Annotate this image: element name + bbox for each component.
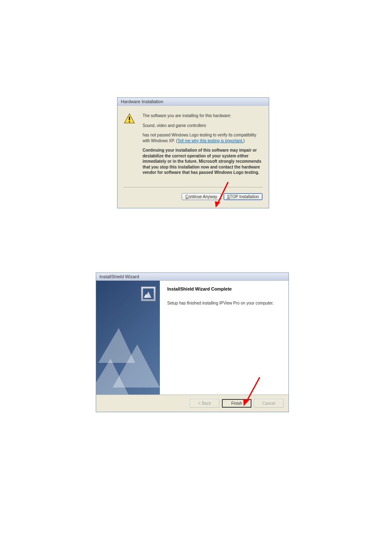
hardware-line1: The software you are installing for this…: [143, 113, 263, 119]
dialog-body: InstallShield Wizard Complete Setup has …: [96, 281, 288, 395]
stop-installation-button[interactable]: STOP Installation: [224, 193, 263, 200]
wizard-body-text: Setup has finished installing IPView Pro…: [167, 300, 281, 306]
svg-rect-0: [129, 117, 130, 120]
hardware-installation-dialog: Hardware Installation The software you a…: [117, 97, 269, 208]
dialog-content: The software you are installing for this…: [118, 106, 269, 208]
wizard-main-panel: InstallShield Wizard Complete Setup has …: [160, 281, 288, 395]
warning-text-block: The software you are installing for this…: [143, 113, 263, 180]
dialog-title: Hardware Installation: [121, 99, 163, 104]
installshield-icon: [141, 286, 156, 301]
dialog-titlebar[interactable]: InstallShield Wizard: [96, 273, 288, 281]
hardware-warning-bold: Continuing your installation of this sof…: [143, 148, 263, 175]
wizard-sidebar-image: [96, 281, 160, 395]
dialog-title: InstallShield Wizard: [99, 274, 139, 279]
hardware-logo-text: has not passed Windows Logo testing to v…: [143, 132, 263, 143]
testing-important-link[interactable]: Tell me why this testing is important.: [178, 138, 243, 143]
warning-icon: [124, 113, 135, 125]
continue-anyway-button[interactable]: Continue Anyway: [182, 193, 221, 200]
divider: [124, 187, 263, 187]
cancel-button: Cancel: [254, 399, 284, 408]
back-button: < Back: [190, 399, 219, 408]
dialog-titlebar[interactable]: Hardware Installation: [118, 98, 269, 106]
installshield-wizard-dialog: InstallShield Wizard InstallShield Wizar…: [96, 272, 289, 412]
svg-marker-4: [98, 328, 135, 363]
wizard-footer: < Back Finish Cancel: [96, 395, 288, 412]
button-row: Continue Anyway STOP Installation: [124, 193, 263, 202]
svg-point-1: [129, 121, 130, 122]
hardware-line2: Sound, video and game controllers: [143, 123, 263, 129]
wizard-heading: InstallShield Wizard Complete: [167, 286, 281, 291]
finish-button[interactable]: Finish: [222, 399, 251, 408]
